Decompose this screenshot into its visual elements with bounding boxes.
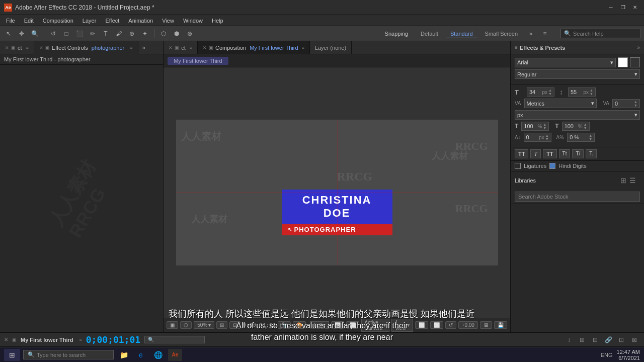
style-TT[interactable]: TT [515, 149, 528, 158]
ligatures-checkbox[interactable] [515, 163, 521, 169]
select-tool[interactable]: ↖ [3, 28, 14, 39]
light-tool[interactable]: ⬢ [171, 28, 182, 39]
vc-box2[interactable]: ⬜ [430, 321, 443, 329]
style-TT2[interactable]: TT [543, 149, 556, 158]
tl-tool-1[interactable]: ↕ [564, 334, 575, 345]
minimize-button[interactable]: ─ [606, 3, 616, 13]
panel-tab-ct[interactable]: ✕ ▣ ct ≡ [0, 41, 34, 54]
vc-render-btn[interactable]: ▣ [167, 321, 178, 329]
timeline-search[interactable]: 🔍 [144, 336, 205, 343]
font-size-arrows[interactable]: ▲▼ [548, 88, 552, 96]
start-button[interactable]: ⊞ [4, 349, 20, 361]
tl-tool-5[interactable]: ⊡ [616, 334, 627, 345]
font-size-input[interactable]: 34 px ▲▼ [527, 87, 554, 97]
rotate-tool[interactable]: ↺ [48, 28, 59, 39]
timeline-close-icon[interactable]: ✕ [4, 337, 8, 342]
font-family-dropdown[interactable]: Arial ▾ [515, 58, 616, 67]
clone-tool[interactable]: ⊕ [126, 28, 137, 39]
line-height-input[interactable]: 55 px ▲▼ [568, 87, 596, 97]
baseline-input[interactable]: 0 px ▲▼ [524, 133, 551, 142]
tsshift-arrows[interactable]: ▲▼ [589, 134, 592, 141]
menu-file[interactable]: File [2, 17, 19, 25]
timeline-menu[interactable]: ≡ [79, 337, 82, 342]
taskbar-search[interactable]: 🔍 Type here to search [23, 350, 114, 359]
hand-tool[interactable]: ✥ [16, 28, 27, 39]
window-controls[interactable]: ─ ❐ ✕ [606, 3, 640, 13]
scale-h-input[interactable]: 100 % ▲▼ [521, 122, 549, 131]
menu-view[interactable]: View [158, 17, 178, 25]
pen-tool[interactable]: ✏ [87, 28, 98, 39]
lib-icon-list[interactable]: ☰ [629, 176, 636, 185]
brush-tool[interactable]: 🖌 [113, 28, 124, 39]
vc-fit-btn[interactable]: ⊞ [216, 321, 227, 329]
vc-render2[interactable]: 🖥 [480, 321, 492, 329]
lib-icon-grid[interactable]: ⊞ [620, 176, 626, 185]
units-dropdown[interactable]: px ▾ [515, 110, 640, 120]
restore-button[interactable]: ❐ [618, 3, 628, 13]
anchor-tool[interactable]: ⊛ [184, 28, 195, 39]
scale-v-arrows[interactable]: ▲▼ [584, 123, 587, 130]
search-stock-input[interactable]: Search Adobe Stock [515, 192, 640, 202]
panel-tab-effect-controls[interactable]: ✕ ▣ Effect Controls photographer ≡ [34, 41, 138, 54]
menu-effect[interactable]: Effect [101, 17, 123, 25]
shape-tool[interactable]: □ [61, 28, 72, 39]
vc-save[interactable]: 💾 [494, 321, 507, 329]
kern-val-arrows[interactable]: ▲▼ [634, 100, 637, 107]
vc-rotate[interactable]: ↺ [445, 321, 456, 329]
vc-camera-view[interactable]: Active Camera ▾ [361, 319, 390, 332]
menu-window[interactable]: Window [179, 17, 207, 25]
kern-type-dropdown[interactable]: Metrics ▾ [524, 99, 597, 108]
close-button[interactable]: ✕ [630, 3, 640, 13]
menu-edit[interactable]: Edit [20, 17, 38, 25]
camera-tool[interactable]: ⬡ [158, 28, 169, 39]
tl-tool-6[interactable]: ⊠ [629, 334, 640, 345]
vc-quality[interactable]: Full ▾ [310, 321, 329, 329]
menu-help[interactable]: Help [208, 17, 227, 25]
type-tool[interactable]: T [100, 28, 111, 39]
zoom-tool[interactable]: 🔍 [29, 28, 40, 39]
tl-tool-3[interactable]: ⊟ [590, 334, 601, 345]
tab-ct-close[interactable]: ≡ [26, 45, 29, 50]
taskbar-edge[interactable]: e [134, 349, 148, 361]
taskbar-ae[interactable]: Ae [168, 349, 182, 361]
vc-zoom[interactable]: 50% ▾ [194, 321, 214, 329]
tab-ec-menu[interactable]: ≡ [130, 45, 132, 50]
comp-tab-bar-item[interactable]: My First lower Third [168, 57, 228, 65]
timecode-display[interactable]: 0;00;01;01 [86, 334, 140, 345]
puppet-tool[interactable]: ✦ [139, 28, 150, 39]
vc-camera-btn[interactable]: 📷 [278, 321, 291, 329]
taskbar-explorer[interactable]: 📁 [117, 349, 131, 361]
vc-view-btn[interactable]: ⬡ [180, 321, 192, 329]
workspace-expand[interactable]: » [525, 28, 536, 39]
scale-v-input[interactable]: 100 % ▲▼ [562, 122, 590, 131]
tsshift-input[interactable]: 0 % ▲▼ [567, 133, 595, 142]
shape-tool2[interactable]: ⬛ [74, 28, 85, 39]
search-help-area[interactable]: 🔍 Search Help [560, 29, 641, 38]
taskbar-chrome[interactable]: 🌐 [151, 349, 165, 361]
line-height-arrows[interactable]: ▲▼ [590, 88, 593, 96]
panel-expand-icon[interactable]: » [637, 45, 640, 50]
menu-layer[interactable]: Layer [78, 17, 101, 25]
vc-color-btn[interactable]: 🎨 [293, 321, 306, 329]
workspace-menu[interactable]: ≡ [539, 28, 550, 39]
vc-box1[interactable]: ⬜ [415, 321, 428, 329]
comp-tab-ct[interactable]: ✕ ▣ ct ≡ [164, 41, 198, 54]
menu-composition[interactable]: Composition [39, 17, 77, 25]
workspace-small[interactable]: Small Screen [480, 29, 522, 38]
vc-toggle2[interactable]: ⬜ [346, 321, 359, 329]
kern-val-input[interactable]: 0 ▲▼ [612, 99, 640, 108]
baseline-arrows[interactable]: ▲▼ [545, 134, 549, 141]
vc-safe-btn[interactable]: ⊡ [229, 321, 240, 329]
style-Tslash[interactable]: T/ [572, 149, 584, 158]
workspace-standard[interactable]: Standard [446, 29, 477, 38]
workspace-default[interactable]: Default [416, 29, 443, 38]
tl-tool-2[interactable]: ⊞ [577, 334, 588, 345]
search-help-input[interactable]: Search Help [573, 31, 604, 37]
style-T[interactable]: T [530, 149, 541, 158]
style-Tt[interactable]: Tt [559, 149, 571, 158]
hindi-digits-checkbox[interactable] [549, 163, 555, 169]
font-style-dropdown[interactable]: Regular ▾ [515, 69, 640, 79]
panel-expand-left[interactable]: » [138, 42, 149, 53]
tl-tool-4[interactable]: 🔗 [603, 334, 614, 345]
taskbar-search-placeholder[interactable]: Type here to search [37, 352, 86, 358]
